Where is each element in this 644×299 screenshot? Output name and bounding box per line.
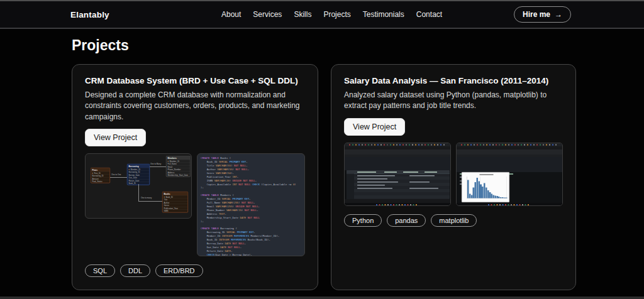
ide-status-bar xyxy=(345,199,451,203)
erd-connector xyxy=(138,184,139,202)
erd-diagram-image[interactable]: Fines Fine_IDBorrowing_IDAmountPaid_Stat… xyxy=(85,153,192,219)
histogram-bars xyxy=(467,177,508,198)
nav-link-testimonials[interactable]: Testimonials xyxy=(363,10,404,19)
nav-link-about[interactable]: About xyxy=(221,10,241,19)
code-cell xyxy=(345,157,451,170)
dataframe-table xyxy=(347,170,450,199)
erd-entity-books: Books Book_IDTitleAuthorGenrePublication… xyxy=(162,192,188,213)
tag-sql: SQL xyxy=(85,264,115,277)
top-navbar: Elantably About Services Skills Projects… xyxy=(0,1,644,29)
window-bottom-edge xyxy=(0,296,644,299)
notebook-dataframe-screenshot[interactable] xyxy=(344,143,451,206)
erd-connector xyxy=(150,166,166,167)
erd-field: Membership_Start_Date xyxy=(167,174,191,177)
tag-python: Python xyxy=(344,214,382,227)
erd-connector xyxy=(110,177,127,178)
project-description: Analyzed salary dataset using Python (pa… xyxy=(344,90,563,112)
erd-entity-borrowing: Borrowing Member_IDBorrowing_IDBorrow_Da… xyxy=(127,164,150,185)
erd-field: ISBN xyxy=(163,210,188,213)
sql-code: CREATE TABLE Books ( Book_ID SERIAL PRIM… xyxy=(197,154,305,256)
ide-toolbar xyxy=(457,150,563,155)
sql-ddl-image[interactable]: CREATE TABLE Books ( Book_ID SERIAL PRIM… xyxy=(197,153,305,256)
erd-entity-fines: Fines Fine_IDBorrowing_IDAmountPaid_Stat… xyxy=(91,168,110,183)
tag-pandas: pandas xyxy=(387,214,426,227)
erd-connector xyxy=(138,201,162,202)
project-card-crm: CRM Database System (BRD + Use Case + SQ… xyxy=(72,64,318,290)
tag-erd-brd: ERD/BRD xyxy=(155,264,203,277)
nav-links: About Services Skills Projects Testimoni… xyxy=(221,10,442,19)
taskbar xyxy=(457,203,563,206)
hire-me-button[interactable]: Hire me → xyxy=(514,6,571,23)
nav-link-projects[interactable]: Projects xyxy=(323,10,350,19)
notebook-histogram-screenshot[interactable] xyxy=(456,143,563,206)
project-images xyxy=(344,143,563,206)
nav-link-skills[interactable]: Skills xyxy=(294,10,311,19)
ide-toolbar xyxy=(345,150,451,155)
erd-relation-label: One to many xyxy=(141,197,152,198)
tag-ddl: DDL xyxy=(120,264,150,277)
view-project-button[interactable]: View Project xyxy=(85,129,146,146)
erd-relation-label: One to One xyxy=(111,173,121,175)
erd-entity-members: Members Member_IDFull_NameEmailPhone_Num… xyxy=(166,156,191,177)
arrow-right-icon: → xyxy=(555,10,562,19)
project-tags: Python pandas matplotlib xyxy=(344,214,563,227)
tag-matplotlib: matplotlib xyxy=(431,214,477,227)
projects-section: Projects CRM Database System (BRD + Use … xyxy=(72,37,572,299)
hire-me-label: Hire me xyxy=(523,10,550,19)
project-card-salary: Salary Data Analysis — San Francisco (20… xyxy=(331,64,576,290)
nav-link-contact[interactable]: Contact xyxy=(416,10,442,19)
view-project-button[interactable]: View Project xyxy=(344,118,405,136)
nav-link-services[interactable]: Services xyxy=(253,10,282,19)
project-description: Designed a complete CRM database with no… xyxy=(85,90,305,122)
brand-logo[interactable]: Elantably xyxy=(70,10,109,19)
taskbar xyxy=(345,203,451,206)
chart-title-bar xyxy=(480,174,494,175)
erd-field: Paid_Status xyxy=(91,180,110,183)
project-title: CRM Database System (BRD + Use Case + SQ… xyxy=(85,76,305,85)
code-cell xyxy=(457,157,563,172)
project-title: Salary Data Analysis — San Francisco (20… xyxy=(344,76,563,85)
salary-histogram-chart xyxy=(462,172,509,202)
project-tags: SQL DDL ERD/BRD xyxy=(85,264,305,277)
projects-grid: CRM Database System (BRD + Use Case + SQ… xyxy=(72,64,572,290)
page-title: Projects xyxy=(72,37,572,54)
project-images: Fines Fine_IDBorrowing_IDAmountPaid_Stat… xyxy=(85,153,305,256)
erd-relation-label: One to Many xyxy=(150,163,161,165)
